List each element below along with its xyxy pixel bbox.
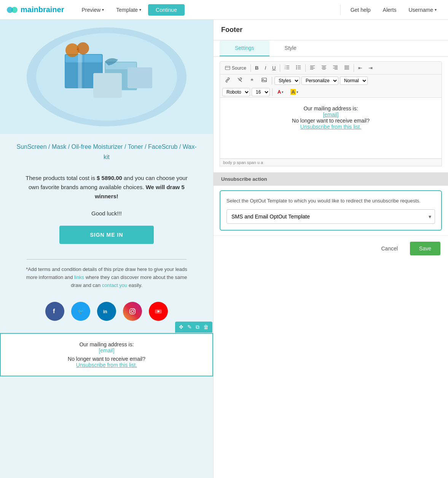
svg-point-34 bbox=[296, 67, 297, 68]
align-center-button[interactable] bbox=[319, 63, 329, 73]
unordered-list-button[interactable] bbox=[293, 63, 304, 73]
highlight-chevron-icon: ▾ bbox=[297, 90, 298, 94]
footer-action-toolbar: ✥ ✎ ⧉ 🗑 bbox=[175, 322, 212, 333]
toolbar-sep-4 bbox=[354, 64, 354, 72]
anchor-button[interactable] bbox=[247, 76, 257, 85]
normal-select[interactable]: Normal bbox=[340, 76, 368, 85]
template-chevron-icon: ▾ bbox=[139, 8, 141, 12]
logo-text: mainbrainer bbox=[21, 5, 64, 14]
arrow-cursor-icon: ↖ bbox=[212, 362, 213, 373]
align-right-icon bbox=[333, 65, 338, 70]
toolbar-sep-3 bbox=[305, 64, 306, 72]
username-button[interactable]: Username ▾ bbox=[403, 5, 442, 15]
font-color-button[interactable]: A ▾ bbox=[275, 88, 286, 96]
indent-out-button[interactable]: ⇤ bbox=[356, 64, 365, 72]
align-justify-button[interactable] bbox=[341, 63, 352, 73]
svg-point-1 bbox=[11, 7, 18, 13]
unsub-template-select-wrapper: SMS and Email OptOut Template ▾ bbox=[226, 209, 435, 224]
footer-move-button[interactable]: ✥ bbox=[177, 323, 185, 331]
align-left-button[interactable] bbox=[307, 63, 318, 73]
italic-button[interactable]: I bbox=[262, 64, 269, 72]
font-size-select[interactable]: 16 bbox=[252, 88, 270, 96]
nav-right: Get help Alerts Username ▾ bbox=[340, 5, 442, 15]
toolbar-sep-2 bbox=[280, 64, 280, 72]
facebook-icon[interactable]: f bbox=[45, 302, 64, 321]
good-luck-text: Good luck!!! bbox=[86, 205, 127, 222]
youtube-icon[interactable] bbox=[149, 302, 168, 321]
preview-button[interactable]: Preview ▾ bbox=[77, 5, 110, 15]
save-button[interactable]: Save bbox=[410, 242, 440, 255]
twitter-icon[interactable]: 🐦 bbox=[71, 302, 90, 321]
editor-toolbar-row1: Source B I U 123 bbox=[220, 61, 442, 75]
link-button[interactable] bbox=[222, 76, 233, 85]
ol-icon: 123 bbox=[284, 65, 290, 70]
cancel-button[interactable]: Cancel bbox=[373, 242, 405, 255]
unlink-icon bbox=[237, 77, 242, 83]
social-icons-row: f 🐦 in bbox=[45, 296, 168, 330]
terms-links-link[interactable]: links bbox=[74, 274, 84, 280]
instagram-icon[interactable] bbox=[123, 302, 142, 321]
editor-content[interactable]: Our mailing address is: [email] No longe… bbox=[220, 98, 442, 159]
tab-style[interactable]: Style bbox=[269, 40, 312, 56]
continue-button[interactable]: Continue bbox=[148, 4, 185, 16]
svg-point-19 bbox=[134, 309, 135, 310]
bold-button[interactable]: B bbox=[252, 64, 261, 72]
styles-select[interactable]: Styles bbox=[274, 76, 300, 85]
sign-me-in-button[interactable]: SIGN ME IN bbox=[59, 226, 153, 244]
underline-button[interactable]: U bbox=[269, 64, 278, 72]
editor-nolonger-text: No longer want to receive email? bbox=[228, 118, 434, 124]
font-color-chevron-icon: ▾ bbox=[282, 90, 284, 94]
contact-you-link[interactable]: contact you bbox=[102, 282, 128, 288]
highlight-color-button[interactable]: A ▾ bbox=[288, 88, 301, 96]
toolbar-sep-6 bbox=[272, 88, 273, 96]
footer-unsub-link[interactable]: Unsubscribe from this list. bbox=[76, 362, 137, 368]
unsub-template-select[interactable]: SMS and Email OptOut Template bbox=[226, 209, 435, 224]
hero-boxes-illustration bbox=[34, 31, 179, 123]
svg-point-55 bbox=[263, 79, 264, 80]
editor-email-link[interactable]: [email] bbox=[323, 112, 338, 118]
gethelp-button[interactable]: Get help bbox=[345, 5, 376, 15]
footer-selected-section: ✥ ✎ ⧉ 🗑 Our mailing address is: [email] … bbox=[0, 333, 213, 376]
svg-rect-9 bbox=[93, 73, 122, 98]
footer-copy-button[interactable]: ⧉ bbox=[194, 323, 201, 331]
source-button[interactable]: Source bbox=[222, 64, 249, 72]
alerts-button[interactable]: Alerts bbox=[378, 5, 402, 15]
username-chevron-icon: ▾ bbox=[435, 8, 437, 12]
editor-toolbar-row2: Styles Personalize Normal bbox=[220, 75, 442, 86]
align-right-button[interactable] bbox=[330, 63, 341, 73]
logo[interactable]: mainbrainer bbox=[6, 4, 64, 16]
linkedin-icon[interactable]: in bbox=[97, 302, 116, 321]
footer-mailing-text: Our mailing address is: [email] bbox=[8, 341, 205, 354]
footer-email-link[interactable]: [email] bbox=[99, 347, 114, 354]
indent-in-button[interactable]: ⇥ bbox=[366, 64, 375, 72]
font-select[interactable]: Roboto bbox=[222, 88, 250, 96]
svg-text:🐦: 🐦 bbox=[78, 308, 84, 315]
svg-text:3: 3 bbox=[285, 68, 286, 70]
action-buttons-row: Cancel Save bbox=[214, 235, 448, 261]
toolbar-sep-1 bbox=[250, 64, 251, 72]
tab-settings[interactable]: Settings bbox=[220, 40, 269, 56]
nav-links: Preview ▾ Template ▾ Continue bbox=[77, 4, 340, 16]
unlink-button[interactable] bbox=[234, 76, 245, 85]
template-button[interactable]: Template ▾ bbox=[111, 5, 147, 15]
main-layout: SunScreen / Mask / Oil-free Moisturizer … bbox=[0, 20, 448, 478]
svg-rect-22 bbox=[225, 66, 230, 70]
terms-text: *Add terms and condition details of this… bbox=[0, 266, 213, 295]
svg-point-12 bbox=[77, 42, 89, 54]
footer-delete-button[interactable]: 🗑 bbox=[202, 323, 210, 331]
footer-edit-button[interactable]: ✎ bbox=[186, 323, 193, 331]
font-color-icon: A bbox=[277, 89, 281, 95]
svg-text:in: in bbox=[103, 309, 107, 314]
ordered-list-button[interactable]: 123 bbox=[282, 63, 292, 73]
editor-unsub-link[interactable]: Unsubscribe from this list. bbox=[300, 124, 361, 130]
svg-marker-53 bbox=[250, 78, 253, 81]
image-button[interactable] bbox=[259, 76, 269, 85]
unsub-action-description: Select the OptOut Template to which you … bbox=[226, 197, 435, 205]
svg-text:f: f bbox=[53, 308, 55, 314]
hero-ellipse bbox=[27, 27, 187, 126]
logo-icon bbox=[6, 4, 18, 16]
unsub-action-section-label: Unsubscribe action bbox=[214, 172, 448, 186]
svg-point-18 bbox=[131, 310, 134, 312]
personalize-select[interactable]: Personalize bbox=[301, 76, 338, 85]
left-panel: SunScreen / Mask / Oil-free Moisturizer … bbox=[0, 20, 213, 478]
